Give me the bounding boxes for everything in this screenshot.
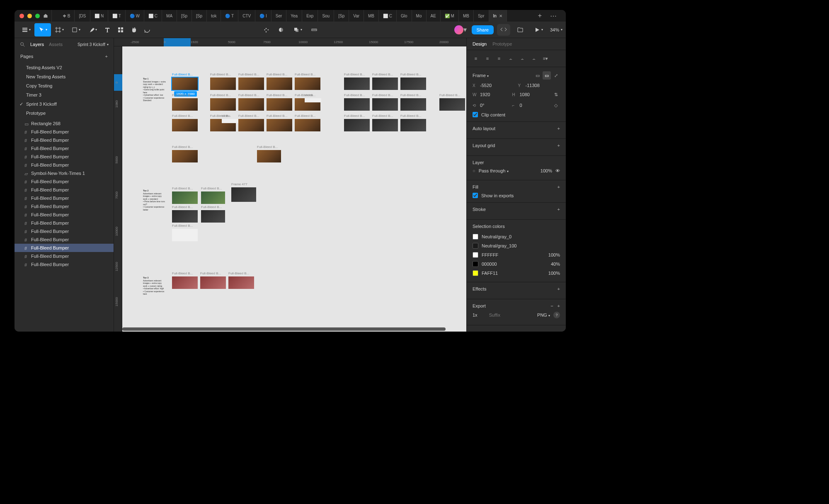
prototype-tab[interactable]: Prototype: [492, 41, 512, 46]
frame-tool[interactable]: ▾: [51, 23, 68, 36]
layer-item[interactable]: #Full-Bleed Bumper: [15, 211, 114, 219]
file-tab[interactable]: MB: [459, 10, 474, 22]
color-row[interactable]: Neutral/gray_0: [473, 232, 560, 241]
layer-item[interactable]: #Full-Bleed Bumper: [15, 194, 114, 202]
file-tab[interactable]: 🔵 T: [221, 10, 238, 22]
add-effect[interactable]: +: [558, 286, 560, 291]
canvas-frame[interactable]: Full-Bleed B...: [200, 276, 226, 289]
color-row[interactable]: 00000040%: [473, 259, 560, 269]
canvas-frame[interactable]: Full-Bleed B...: [295, 119, 320, 131]
add-export[interactable]: +: [558, 303, 560, 308]
layer-item[interactable]: #Full-Bleed Bumper: [15, 144, 114, 153]
layer-item[interactable]: #Full-Bleed Bumper: [15, 227, 114, 235]
x-field[interactable]: -5520: [480, 83, 492, 88]
align-right[interactable]: ≡: [494, 53, 504, 63]
layer-item[interactable]: #Full-Bleed Bumper: [15, 136, 114, 144]
canvas-frame[interactable]: Full-Bleed B...: [228, 276, 254, 289]
layer-item[interactable]: #Full-Bleed Bumper: [15, 219, 114, 227]
file-tab[interactable]: Var: [349, 10, 364, 22]
file-tab[interactable]: AE: [427, 10, 441, 22]
layer-item[interactable]: #Full-Bleed Bumper: [15, 235, 114, 244]
show-exports-checkbox[interactable]: Show in exports: [473, 193, 560, 198]
canvas-frame[interactable]: Full-Bleed B...: [400, 98, 426, 111]
radius-field[interactable]: 0: [520, 103, 522, 108]
canvas-frame[interactable]: Full-Bleed B...: [172, 119, 198, 131]
align-left[interactable]: ≡: [471, 53, 481, 63]
pen-tool[interactable]: ▾: [84, 23, 101, 36]
canvas-frame[interactable]: Full-Bleed B...: [172, 229, 198, 241]
visibility-icon[interactable]: 👁: [555, 168, 560, 173]
file-tab[interactable]: [Sp: [192, 10, 207, 22]
canvas-frame[interactable]: Full-Bleed B...: [344, 78, 370, 90]
file-tab[interactable]: tok: [207, 10, 221, 22]
canvas-frame[interactable]: Full-Bleed B...: [267, 98, 292, 111]
file-tab[interactable]: Mo: [412, 10, 427, 22]
tab-menu[interactable]: ⋯: [546, 12, 561, 20]
file-tab[interactable]: [DS: [75, 10, 90, 22]
add-stroke[interactable]: +: [558, 207, 560, 212]
resize-fixed[interactable]: ▭: [533, 71, 542, 80]
file-tab[interactable]: Sou: [318, 10, 334, 22]
file-tab[interactable]: MA: [162, 10, 177, 22]
page-item[interactable]: Testing Assets V2: [15, 63, 114, 72]
color-row[interactable]: Neutral/gray_100: [473, 241, 560, 250]
file-tab[interactable]: Spr: [474, 10, 489, 22]
canvas-frame[interactable]: Full-Bleed B...: [400, 78, 426, 90]
layers-tab[interactable]: Layers: [30, 42, 44, 47]
canvas-frame[interactable]: Full-Bleed B...: [344, 119, 370, 131]
canvas-frame[interactable]: Full-Bleed B...: [439, 98, 465, 111]
zoom-control[interactable]: 34%▾: [550, 27, 562, 32]
distribute[interactable]: ≡▾: [541, 53, 550, 63]
resize-fill[interactable]: ▭: [543, 71, 551, 80]
file-tab[interactable]: In✕: [489, 10, 507, 22]
file-tab[interactable]: ⬜ C: [144, 10, 162, 22]
w-field[interactable]: 1920: [480, 92, 490, 97]
hand-tool[interactable]: [127, 23, 141, 36]
corners-icon[interactable]: ◇: [552, 101, 560, 109]
move-tool[interactable]: ▾: [34, 23, 51, 36]
add-layoutgrid[interactable]: +: [558, 143, 560, 148]
file-tab[interactable]: 🔵 I: [255, 10, 271, 22]
align-vcenter[interactable]: ⫠: [517, 53, 527, 63]
main-menu[interactable]: ▾: [18, 23, 34, 36]
file-tab[interactable]: Glo: [397, 10, 412, 22]
layer-item[interactable]: #Full-Bleed Bumper: [15, 186, 114, 194]
export-minus[interactable]: −: [550, 303, 553, 308]
canvas-frame[interactable]: Full-Bleed B...: [344, 98, 370, 111]
page-item[interactable]: Timer 3: [15, 90, 114, 99]
boolean-tool[interactable]: ▾: [289, 23, 306, 36]
file-tab[interactable]: 🔵 W: [126, 10, 144, 22]
new-tab-button[interactable]: +: [534, 12, 546, 19]
file-tab[interactable]: CTV: [238, 10, 255, 22]
artboard[interactable]: Tier 1Standard images + extra copy work …: [122, 46, 466, 332]
canvas-frame[interactable]: Full-Bleed B...: [172, 210, 198, 223]
component-tool[interactable]: [259, 23, 273, 36]
file-tab[interactable]: ❖ B: [58, 10, 75, 22]
canvas-frame[interactable]: Full-Bleed B...: [295, 78, 320, 90]
add-fill[interactable]: +: [558, 184, 560, 189]
blend-mode[interactable]: Pass through ▾: [479, 168, 509, 173]
share-button[interactable]: Share: [472, 25, 494, 34]
ruler-tool[interactable]: [308, 23, 321, 36]
mask-tool[interactable]: [274, 23, 288, 36]
page-item[interactable]: Prototype: [15, 109, 114, 118]
file-tab[interactable]: ⬜ T: [108, 10, 126, 22]
constrain-icon[interactable]: ⇅: [552, 90, 560, 99]
file-tab[interactable]: ⬜ C: [379, 10, 397, 22]
h-scrollbar[interactable]: [122, 327, 462, 331]
library-icon[interactable]: [514, 23, 527, 36]
file-tab[interactable]: [Sp: [177, 10, 192, 22]
canvas-frame[interactable]: Full-Bleed B...: [172, 150, 198, 162]
layer-item[interactable]: #Full-Bleed Bumper: [15, 177, 114, 186]
resources-tool[interactable]: [114, 23, 127, 36]
layer-item[interactable]: ▱Symbol-New-York-Times 1: [15, 169, 114, 177]
canvas-frame[interactable]: Full-Bleed B...: [372, 98, 398, 111]
close-window[interactable]: [19, 14, 24, 18]
opacity-field[interactable]: 100%: [541, 168, 552, 173]
design-tab[interactable]: Design: [473, 41, 487, 46]
page-item[interactable]: Sprint 3 Kickoff: [15, 99, 114, 109]
canvas-frame[interactable]: Full-Bleed B...: [257, 150, 281, 162]
canvas-frame[interactable]: Full-Bleed B...: [172, 78, 198, 90]
angle-field[interactable]: 0°: [480, 103, 485, 108]
file-tab[interactable]: [Sp: [334, 10, 349, 22]
